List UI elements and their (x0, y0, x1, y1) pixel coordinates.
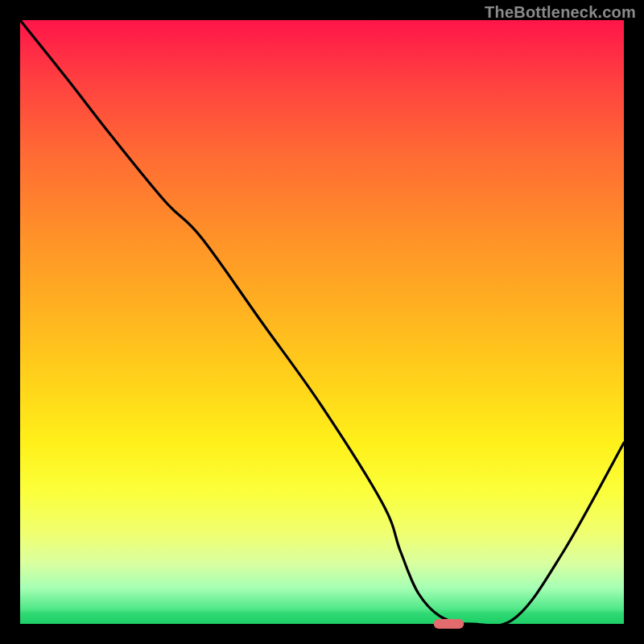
bottleneck-marker (434, 619, 464, 629)
watermark-label: TheBottleneck.com (485, 3, 636, 22)
chart-svg (20, 20, 624, 624)
chart-container: TheBottleneck.com (0, 0, 644, 644)
line-series (20, 20, 624, 625)
